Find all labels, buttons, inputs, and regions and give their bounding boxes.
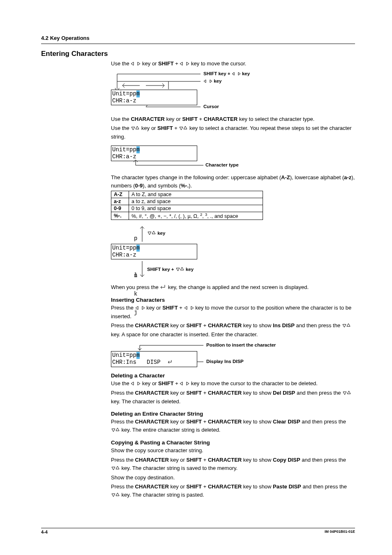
body-text: Show the copy destination. (111, 474, 355, 482)
body-text: Press the CHARACTER key or SHIFT + CHARA… (111, 418, 355, 435)
left-right-arrow-icon (180, 380, 189, 388)
down-up-arrow-icon (111, 491, 120, 500)
label-lr-key: key (203, 79, 221, 84)
down-up-arrow-icon (131, 125, 140, 133)
table-row: 0-90 to 9, and space (111, 205, 263, 212)
figure-cursor-move: Unit=ppm CHR:a-z SHIFT key + key key Cur… (111, 71, 355, 113)
left-right-arrow-icon (131, 380, 141, 388)
down-up-arrow-icon (342, 322, 351, 330)
page-title: Entering Characters (41, 50, 355, 58)
document-id: IM 04P01B01-01E (325, 530, 355, 534)
body-text: Use the CHARACTER key or SHIFT + CHARACT… (111, 115, 355, 123)
intro-line: Use the key or SHIFT + key to move the c… (111, 60, 355, 68)
body-text: Press the CHARACTER key or SHIFT + CHARA… (111, 389, 355, 406)
enter-icon (160, 284, 166, 292)
page-footer: 4-4 IM 04P01B01-01E (41, 528, 355, 534)
figure-char-cycle: p o n key Unit=ppm CHR:a-z l k j SHIFT k… (111, 223, 355, 281)
body-text: Use the key or SHIFT + key to select a c… (111, 124, 355, 141)
body-text: The character types change in the follow… (111, 173, 355, 190)
body-text: Use the key or SHIFT + key to move the c… (111, 379, 355, 388)
label-display-ins-disp: Display Ins DISP (206, 359, 244, 364)
down-up-arrow-icon (179, 125, 188, 133)
label-shift-lr-key: SHIFT key + key (203, 71, 250, 76)
table-row: a-za to z, and space (111, 198, 263, 205)
left-right-arrow-icon (180, 60, 189, 68)
cursor-highlight: m (136, 90, 140, 97)
label-shift-ud-key: SHIFT key + key (147, 267, 194, 272)
table-row: %-.%, #, °, @, +, −, *, /, (, ), µ, Ω, 2… (111, 212, 263, 220)
body-text: Press the CHARACTER key or SHIFT + CHARA… (111, 483, 355, 500)
label-ud-key: key (147, 231, 165, 236)
label-cursor: Cursor (203, 104, 219, 109)
subheading-delete-all: Deleting an Entire Character String (111, 411, 355, 417)
character-type-table: A-ZA to Z, and space a-za to z, and spac… (111, 191, 263, 220)
divider (41, 44, 355, 44)
body-text: Show the copy source character string. (111, 446, 355, 455)
subheading-deleting: Deleting a Character (111, 372, 355, 379)
label-insert-position: Position to insert the character (206, 342, 276, 347)
figure-insert: Unit=ppm CHR:Ins DISP Position to insert… (111, 342, 355, 368)
section-header: 4.2 Key Operations (41, 35, 355, 41)
down-up-arrow-icon (111, 465, 120, 473)
table-row: A-ZA to Z, and space (111, 191, 263, 198)
down-up-arrow-icon (342, 389, 351, 398)
page-number: 4-4 (41, 530, 48, 534)
figure-char-type: Unit=ppm CHR:a-z Character type (111, 146, 355, 170)
body-text: Press the CHARACTER key or SHIFT + CHARA… (111, 456, 355, 473)
down-up-arrow-icon (111, 426, 120, 435)
left-right-arrow-icon (184, 304, 194, 312)
label-character-type: Character type (205, 162, 239, 167)
left-right-arrow-icon (131, 60, 141, 68)
subheading-copy-paste: Copying & Pasting a Character String (111, 439, 355, 446)
